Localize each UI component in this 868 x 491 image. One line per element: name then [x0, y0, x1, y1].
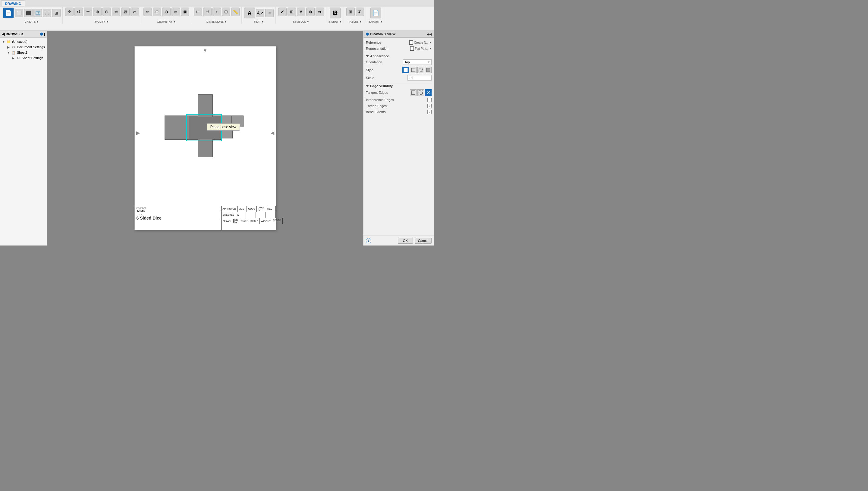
edge-visibility-collapse-icon[interactable]	[366, 85, 369, 87]
dwgno-empty	[256, 212, 266, 218]
ribbon-group-tables: ⊞ ① TABLES ▼	[344, 7, 366, 24]
ribbon-icon-new[interactable]: 📄	[3, 7, 14, 19]
style-btn-wireframe[interactable]	[410, 67, 416, 73]
create-n-button[interactable]: Create N... ▼	[409, 40, 432, 45]
tree-item-doc-settings[interactable]: ▶ ⚙ Document Settings	[5, 44, 46, 50]
ribbon-icon-text-create[interactable]: 🔤	[33, 9, 42, 17]
browser-back-icon[interactable]: ◀	[2, 32, 4, 36]
ribbon-icon-table[interactable]: ⊞	[346, 7, 355, 16]
flat-patt-arrow[interactable]: ▼	[429, 47, 432, 50]
bend-extents-label: Bend Extents	[366, 110, 385, 114]
thread-edges-checkbox[interactable]	[427, 104, 432, 108]
create-n-arrow[interactable]: ▼	[429, 41, 432, 44]
ribbon-icon-sym-star[interactable]: ⊛	[306, 7, 315, 16]
tree-item-sheet1[interactable]: ▼ 📋 Sheet1	[5, 50, 46, 55]
create-arrow[interactable]: ▼	[36, 20, 39, 23]
ribbon-icon-sym-A[interactable]: A	[297, 7, 305, 16]
style-btn-filled[interactable]	[402, 67, 409, 73]
tangent-btn-dashed[interactable]	[417, 89, 424, 96]
tables-arrow[interactable]: ▼	[359, 20, 362, 23]
tree-expand-doc[interactable]: ▶	[7, 45, 10, 49]
ribbon-icon-table-num[interactable]: ①	[355, 7, 364, 16]
ribbon-icon-scissors[interactable]: ✂	[130, 7, 139, 16]
tangent-edges-label: Tangent Edges	[366, 91, 388, 94]
tree-expand-sheet1[interactable]: ▼	[7, 51, 10, 54]
tree-label-doc-settings: Document Settings	[17, 45, 45, 49]
panel-expand-icon[interactable]: ◀◀	[427, 33, 432, 36]
ribbon-icon-check[interactable]: ✔	[278, 7, 287, 16]
ribbon-icon-frame[interactable]: ⬚	[43, 9, 51, 17]
ribbon-icon-geom-circle[interactable]: ⊙	[162, 7, 170, 16]
ribbon-icon-text-A[interactable]: A	[244, 7, 255, 19]
ribbon-icon-move[interactable]: ✛	[65, 7, 73, 16]
geometry-arrow[interactable]: ▼	[173, 20, 176, 23]
ribbon-icon-target[interactable]: ⊕	[93, 7, 101, 16]
style-row: Style	[366, 66, 432, 74]
flat-patt-button[interactable]: Flat Patt... ▼	[410, 47, 432, 51]
ribbon-icon-sym-grid[interactable]: ⊞	[287, 7, 296, 16]
tree-item-unsaved[interactable]: ▼ 📁 (Unsaved)	[1, 39, 46, 44]
ribbon-icon-rotate[interactable]: ↺	[74, 7, 83, 16]
style-btn-hidden[interactable]	[417, 67, 424, 73]
symbols-arrow[interactable]: ▼	[307, 20, 309, 23]
export-arrow[interactable]: ▼	[380, 20, 383, 23]
modify-arrow[interactable]: ▼	[106, 20, 109, 23]
tree-label-sheet-settings: Sheet Settings	[22, 56, 43, 60]
panel-content: Reference Create N... ▼ Representation F…	[364, 38, 434, 235]
orientation-row: Orientation Top ▼	[366, 59, 432, 66]
ribbon-icon-dim5[interactable]: 📏	[231, 7, 240, 16]
interference-edges-checkbox[interactable]	[427, 98, 432, 102]
drawing-tab[interactable]: DRAWING	[1, 0, 25, 6]
insert-arrow[interactable]: ▼	[339, 20, 342, 23]
style-btn-shaded[interactable]	[425, 67, 432, 73]
tangent-btn-none[interactable]	[425, 89, 432, 96]
ribbon-icon-2d[interactable]: ⬜	[15, 9, 23, 17]
shape-top	[198, 94, 213, 117]
bend-extents-checkbox[interactable]	[427, 110, 432, 114]
ribbon-icon-text-list[interactable]: ≡	[265, 9, 274, 17]
tree-item-sheet-settings[interactable]: ▶ ⚙ Sheet Settings	[10, 55, 46, 61]
text-arrow[interactable]: ▼	[261, 20, 264, 23]
ribbon-icon-dim2[interactable]: ⊣	[203, 7, 212, 16]
svg-rect-4	[411, 91, 415, 94]
ribbon-icon-3d[interactable]: ⬛	[24, 9, 33, 17]
appearance-collapse-icon[interactable]	[366, 55, 369, 57]
ribbon-icon-arrow[interactable]: ⇦	[112, 7, 120, 16]
ribbon-icon-pen[interactable]: ✏	[144, 7, 152, 16]
tangent-btn-solid[interactable]	[410, 89, 416, 96]
insert-label: INSERT	[329, 20, 338, 23]
ribbon-icon-sym-arrow[interactable]: ⇒	[315, 7, 324, 16]
tree-expand-unsaved[interactable]: ▼	[2, 40, 5, 44]
browser-header: ◀ BROWSER |	[0, 31, 47, 38]
ok-button[interactable]: OK	[398, 238, 413, 244]
orientation-select[interactable]: Top ▼	[403, 59, 432, 65]
cancel-button[interactable]: Cancel	[415, 238, 432, 244]
ribbon-icon-wave[interactable]: 〰	[84, 7, 92, 16]
ribbon-icon-box[interactable]: ⊠	[121, 7, 130, 16]
ribbon-icon-dim1[interactable]: ⊢	[194, 7, 202, 16]
orientation-value: Top	[404, 60, 410, 64]
ribbon-icon-geom-arrow[interactable]: ⇦	[172, 7, 180, 16]
ribbon-icon-insert-img[interactable]: 🖼	[330, 7, 341, 19]
ribbon-icon-dim4[interactable]: ⊟	[222, 7, 230, 16]
ribbon-icon-circle[interactable]: ⊙	[102, 7, 111, 16]
tree-expand-sheet-settings[interactable]: ▶	[11, 56, 15, 60]
style-buttons	[402, 67, 432, 73]
edge-visibility-label: Edge Visibility	[370, 84, 393, 88]
bend-extents-row: Bend Extents	[366, 109, 432, 115]
ribbon-group-export: 📄 EXPORT ▼	[367, 7, 385, 24]
ribbon-icon-grid[interactable]: ⊞	[52, 9, 61, 17]
ribbon-icon-dim3[interactable]: ↕	[213, 7, 221, 16]
ribbon-icon-geom-target[interactable]: ⊕	[153, 7, 161, 16]
browser-title: BROWSER	[6, 32, 23, 36]
scale-label: Scale	[366, 76, 374, 80]
ribbon-icon-export-pdf[interactable]: 📄	[370, 7, 381, 19]
approved-label: APPROVED	[221, 206, 238, 212]
right-panel-header: DRAWING VIEW ◀◀	[364, 31, 434, 38]
ribbon-icon-text-angled[interactable]: A↗	[256, 9, 264, 17]
browser-collapse-icon[interactable]: |	[44, 33, 45, 36]
ribbon-icon-geom-box[interactable]: ⊠	[181, 7, 189, 16]
canvas-area[interactable]: ▼ ▶ ◀ Place base vie	[47, 31, 363, 246]
scale-input[interactable]	[407, 75, 432, 81]
dimensions-arrow[interactable]: ▼	[224, 20, 227, 23]
